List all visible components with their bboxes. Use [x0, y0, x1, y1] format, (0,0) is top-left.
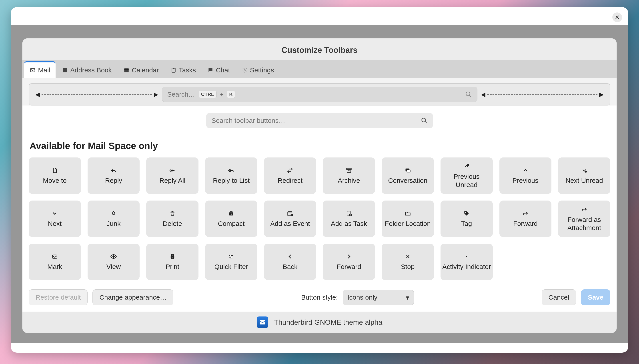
chevron-down-icon: ▾: [406, 294, 409, 301]
toolbar-button-print[interactable]: Print: [146, 244, 198, 280]
svg-rect-31: [260, 320, 265, 324]
change-appearance-button[interactable]: Change appearance…: [93, 290, 173, 305]
toolbar-button-label: Folder Location: [385, 220, 431, 228]
toolbar-button-back[interactable]: Back: [264, 244, 316, 280]
flexible-space-left[interactable]: ◀ ▶: [33, 91, 160, 98]
toolbar-button-delete[interactable]: Delete: [146, 200, 198, 237]
button-style-select[interactable]: Icons only ▾: [343, 290, 414, 305]
tab-address-book[interactable]: Address Book: [57, 62, 117, 78]
toolbar-button-forward[interactable]: Forward: [499, 200, 552, 237]
modal-backdrop: Customize Toolbars MailAddress BookCalen…: [11, 25, 628, 343]
svg-point-28: [230, 255, 231, 256]
svg-point-14: [585, 171, 586, 172]
toolbar-button-mark[interactable]: Mark: [29, 244, 81, 280]
arrow-right-icon: ▶: [154, 91, 158, 98]
toolbar-button-conversation[interactable]: Conversation: [382, 158, 434, 194]
panel-header: ✕: [11, 7, 628, 25]
svg-point-5: [244, 70, 245, 71]
toolbar-button-stop[interactable]: Stop: [382, 244, 434, 280]
toolbar-button-junk[interactable]: Junk: [88, 200, 140, 237]
nav-forward-icon: [345, 253, 353, 260]
svg-point-29: [231, 257, 233, 258]
reply-all-icon: [169, 166, 176, 174]
toolbar-button-tag[interactable]: Tag: [441, 200, 493, 237]
quickfilter-icon: [227, 253, 235, 260]
toolbar-button-forward-as-attachment[interactable]: Forward as Attachment: [558, 200, 610, 237]
tasks-icon: [170, 67, 177, 73]
toolbar-button-label: Forward: [337, 262, 361, 271]
restore-default-button[interactable]: Restore default: [29, 290, 88, 305]
previous-icon: [522, 166, 529, 174]
toolbar-button-redirect[interactable]: Redirect: [264, 158, 316, 194]
folder-icon: [404, 210, 412, 217]
toolbar-button-label: Add as Task: [331, 220, 367, 228]
flexible-space-right[interactable]: ◀ ▶: [479, 91, 606, 98]
toolbar-button-label: Activity Indicator: [442, 262, 491, 271]
back-icon: [286, 253, 294, 260]
toolbar-button-previous[interactable]: Previous: [499, 158, 552, 194]
toolbar-button-next-unread[interactable]: Next Unread: [558, 158, 610, 194]
close-icon: ✕: [615, 14, 620, 21]
tab-tasks[interactable]: Tasks: [165, 62, 201, 78]
search-icon: [465, 91, 472, 98]
svg-rect-21: [53, 255, 57, 258]
global-search-field[interactable]: Search… CTRL + K: [162, 86, 477, 102]
addressbook-icon: [62, 67, 68, 73]
available-buttons-grid: Move toReplyReply AllReply to ListRedire…: [29, 158, 610, 280]
toolbar-button-view[interactable]: View: [88, 244, 140, 280]
theme-footer: Thunderbird GNOME theme alpha: [23, 312, 616, 333]
prev-unread-icon: [463, 162, 470, 170]
toolbar-button-move-to[interactable]: Move to: [29, 158, 81, 194]
toolbar-button-previous-unread[interactable]: Previous Unread: [441, 158, 493, 194]
tab-calendar[interactable]: Calendar: [118, 62, 164, 78]
tab-label: Settings: [250, 66, 274, 74]
toolbar-button-compact[interactable]: Compact: [205, 200, 257, 237]
print-icon: [169, 253, 176, 260]
toolbar-button-next[interactable]: Next: [29, 200, 81, 237]
toolbar-button-label: Forward: [513, 220, 538, 228]
toolbar-button-reply[interactable]: Reply: [88, 158, 140, 194]
forward-icon: [522, 210, 529, 217]
junk-icon: [110, 210, 117, 217]
arrow-left-icon: ◀: [35, 91, 40, 98]
toolbar-button-quick-filter[interactable]: Quick Filter: [205, 244, 257, 280]
filter-input[interactable]: Search toolbar buttons…: [206, 113, 433, 128]
archive-icon: [345, 166, 353, 174]
toolbar-button-label: Move to: [43, 176, 67, 185]
svg-point-8: [422, 118, 426, 122]
tab-label: Mail: [38, 66, 50, 74]
toolbar-preview: ◀ ▶ Search… CTRL + K ◀ ▶: [29, 83, 610, 106]
tab-label: Calendar: [132, 66, 159, 74]
mark-icon: [51, 253, 59, 260]
toolbar-button-label: Conversation: [388, 176, 427, 185]
toolbar-button-reply-to-list[interactable]: Reply to List: [205, 158, 257, 194]
svg-rect-1: [63, 68, 67, 72]
tab-mail[interactable]: Mail: [24, 61, 56, 78]
svg-rect-12: [407, 170, 410, 172]
toolbar-button-forward[interactable]: Forward: [323, 244, 375, 280]
cancel-button[interactable]: Cancel: [542, 290, 576, 305]
toolbar-button-label: Reply All: [159, 176, 185, 185]
close-button[interactable]: ✕: [612, 12, 622, 22]
toolbar-button-add-as-event[interactable]: Add as Event: [264, 200, 316, 237]
svg-line-9: [425, 122, 426, 123]
toolbar-button-label: Delete: [163, 220, 182, 228]
delete-icon: [169, 210, 176, 217]
file-icon: [51, 166, 59, 174]
settings-panel: ✕ Customize Toolbars MailAddress BookCal…: [11, 7, 628, 353]
stop-icon: [404, 253, 412, 260]
chat-icon: [207, 67, 214, 73]
tab-settings[interactable]: Settings: [236, 62, 279, 78]
toolbar-button-reply-all[interactable]: Reply All: [146, 158, 198, 194]
toolbar-button-activity-indicator[interactable]: Activity Indicator: [441, 244, 493, 280]
arrow-right-icon: ▶: [599, 91, 604, 98]
toolbar-button-label: Previous: [513, 176, 538, 185]
toolbar-button-add-as-task[interactable]: Add as Task: [323, 200, 375, 237]
customize-toolbars-dialog: Customize Toolbars MailAddress BookCalen…: [22, 38, 617, 333]
thunderbird-logo-icon: [257, 316, 268, 328]
view-icon: [110, 253, 117, 260]
tab-chat[interactable]: Chat: [202, 62, 235, 78]
save-button[interactable]: Save: [581, 290, 610, 305]
toolbar-button-archive[interactable]: Archive: [323, 158, 375, 194]
toolbar-button-folder-location[interactable]: Folder Location: [382, 200, 434, 237]
